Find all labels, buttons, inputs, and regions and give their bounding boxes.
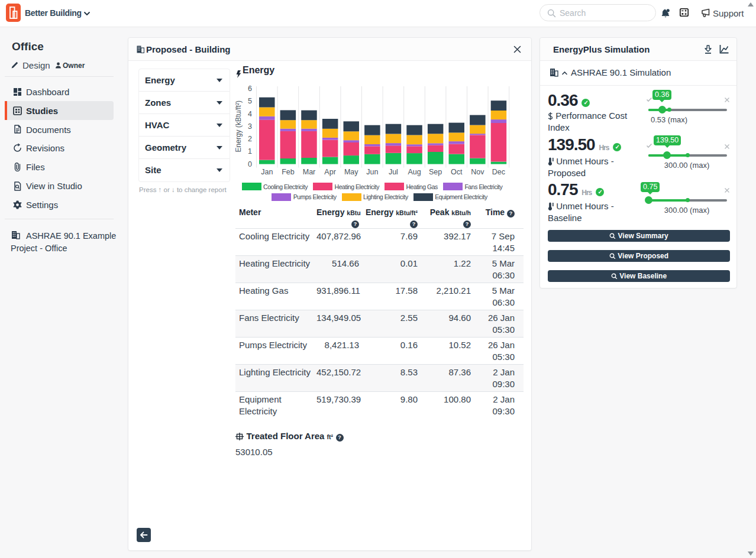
svg-text:Aug: Aug — [408, 168, 421, 176]
svg-text:Jun: Jun — [366, 168, 378, 176]
svg-text:May: May — [344, 168, 358, 176]
svg-text:5: 5 — [248, 97, 252, 105]
svg-text:2: 2 — [248, 135, 252, 143]
svg-text:6: 6 — [248, 85, 252, 93]
svg-text:Feb: Feb — [282, 168, 295, 176]
svg-text:Dec: Dec — [492, 168, 505, 176]
svg-text:Nov: Nov — [471, 168, 484, 176]
svg-text:3: 3 — [248, 122, 252, 131]
svg-text:Sep: Sep — [429, 168, 442, 176]
svg-text:Jan: Jan — [261, 168, 273, 176]
svg-text:1: 1 — [248, 147, 252, 155]
svg-text:Apr: Apr — [324, 168, 335, 176]
svg-text:0: 0 — [248, 160, 252, 168]
svg-text:Mar: Mar — [303, 168, 316, 176]
svg-text:4: 4 — [248, 110, 252, 118]
svg-text:Jul: Jul — [389, 168, 398, 176]
svg-text:Energy (kBtu/ft²): Energy (kBtu/ft²) — [235, 100, 243, 152]
svg-text:Oct: Oct — [451, 168, 463, 176]
